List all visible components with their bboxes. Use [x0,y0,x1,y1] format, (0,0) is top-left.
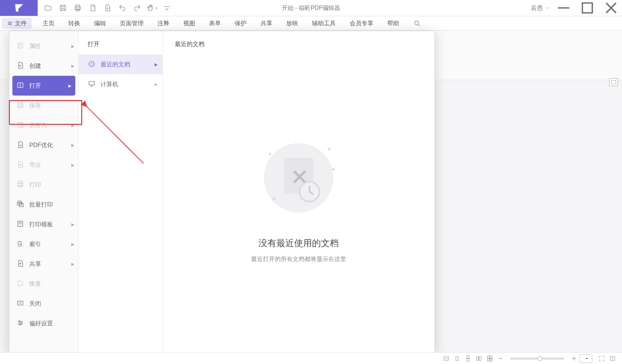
zoom-out-icon[interactable] [495,354,506,364]
open-submenu-label: 最近的文档 [101,60,130,69]
single-page-icon[interactable] [452,354,463,364]
fit-width-icon[interactable] [441,354,452,364]
file-sidebar-item-4: 另存为▶ [9,115,78,135]
file-sidebar-icon [16,42,24,51]
menu-item-10[interactable]: 辅助工具 [305,16,343,31]
empty-state: 没有最近使用的文档 最近打开的所有文档都将显示在这里 [175,53,422,343]
account-menu[interactable]: 若愚 [531,4,550,12]
print-icon[interactable] [71,1,84,14]
svg-rect-37 [490,359,492,361]
zoom-slider[interactable] [510,358,565,360]
file-sidebar-label: 关闭 [29,300,41,308]
file-menu-sidebar: 属性▶创建▶打开▶保存另存为▶PDF优化▶导出▶打印批量打印打印模板▶索引▶共享… [9,31,79,352]
file-sidebar-item-14[interactable]: 偏好设置 [9,313,78,333]
svg-rect-12 [19,185,22,187]
menu-item-11[interactable]: 会员专享 [343,16,380,31]
menu-item-8[interactable]: 共享 [254,16,279,31]
window-close-button[interactable] [601,0,621,16]
file-sidebar-item-7: 打印 [9,175,78,195]
collapse-ribbon-toggle[interactable] [609,78,618,86]
open-submenu-item-1[interactable]: 计算机▶ [79,74,162,94]
file-sidebar-item-5[interactable]: PDF优化▶ [9,135,78,155]
file-sidebar-item-1[interactable]: 创建▶ [9,56,78,76]
hamburger-icon [7,20,13,26]
menu-item-6[interactable]: 表单 [202,16,228,31]
menu-item-9[interactable]: 放映 [279,16,305,31]
file-sidebar-item-2[interactable]: 打开▶ [12,76,75,96]
file-sidebar-item-13[interactable]: 关闭 [9,294,78,313]
chevron-right-icon: ▶ [71,222,74,227]
chevron-right-icon: ▶ [71,143,74,148]
account-name: 若愚 [531,4,543,12]
recent-documents-header: 最近的文档 [175,40,422,49]
chevron-down-icon [545,5,550,10]
svg-rect-35 [490,356,492,358]
two-page-continuous-icon[interactable] [484,354,495,364]
window-maximize-button[interactable] [577,0,597,16]
zoom-in-icon[interactable] [569,354,579,364]
two-page-icon[interactable] [473,354,484,364]
file-sidebar-icon [16,299,24,309]
chevron-right-icon: ▶ [68,84,71,88]
menu-item-4[interactable]: 注释 [151,16,176,31]
file-sidebar-label: 打开 [29,82,41,90]
file-sidebar-item-12: 恢复 [9,274,78,294]
file-menu-button[interactable]: 文件 [2,18,32,29]
menu-item-0[interactable]: 主页 [36,16,61,31]
file-menu-label: 文件 [15,19,27,28]
chevron-right-icon: ▶ [71,64,74,68]
file-sidebar-label: 偏好设置 [29,319,53,328]
menu-item-12[interactable]: 帮助 [380,16,406,31]
file-sidebar-icon [16,180,24,190]
file-sidebar-label: 打印 [29,181,41,189]
file-sidebar-item-8[interactable]: 批量打印 [9,195,78,214]
empty-state-title: 没有最近使用的文档 [259,237,339,249]
fullscreen-icon[interactable] [596,354,607,364]
svg-point-17 [18,241,21,245]
svg-point-21 [19,324,20,325]
quick-access-dropdown-icon[interactable] [160,1,173,14]
svg-point-5 [415,21,418,25]
file-sidebar-icon [16,319,24,328]
file-sidebar-label: PDF优化 [29,141,53,150]
reading-mode-icon[interactable] [607,354,618,364]
menu-item-1[interactable]: 转换 [61,16,87,31]
svg-point-19 [19,320,20,321]
file-sidebar-label: 共享 [29,260,41,268]
open-submenu-header: 打开 [79,40,162,54]
file-sidebar-icon [16,121,24,130]
zoom-slider-thumb[interactable] [537,356,542,361]
hand-icon[interactable]: ▾ [146,1,158,14]
page-icon[interactable] [86,1,99,14]
chevron-right-icon: ▶ [71,163,74,167]
undo-icon[interactable] [116,1,129,14]
file-sidebar-label: 批量打印 [29,201,53,209]
svg-rect-10 [18,181,22,183]
window-minimize-button[interactable] [554,0,573,16]
file-sidebar-icon [16,141,24,150]
menu-item-5[interactable]: 视图 [176,16,202,31]
open-icon[interactable] [42,1,54,14]
redo-icon[interactable] [131,1,144,14]
file-sidebar-icon [16,260,24,269]
file-sidebar-label: 索引 [29,240,41,249]
file-sidebar-icon [16,81,24,91]
svg-rect-8 [18,102,23,107]
zoom-value-box[interactable] [579,354,592,363]
continuous-page-icon[interactable] [463,354,473,364]
save-icon[interactable] [56,1,69,14]
menu-item-2[interactable]: 编辑 [87,16,113,31]
search-icon[interactable] [410,16,424,30]
new-page-icon[interactable] [101,1,114,14]
menu-item-7[interactable]: 保护 [228,16,254,31]
menu-item-3[interactable]: 页面管理 [113,16,151,31]
open-submenu-label: 计算机 [101,80,118,89]
file-sidebar-item-11[interactable]: 共享▶ [9,254,78,274]
svg-rect-36 [487,359,489,361]
file-sidebar-item-9[interactable]: 打印模板▶ [9,214,78,234]
file-sidebar-label: 保存 [29,102,41,110]
empty-state-illustration-icon [254,133,343,222]
file-sidebar-icon [16,200,24,209]
open-submenu-item-0[interactable]: 最近的文档▶ [79,54,162,74]
file-sidebar-item-10[interactable]: 索引▶ [9,234,78,254]
